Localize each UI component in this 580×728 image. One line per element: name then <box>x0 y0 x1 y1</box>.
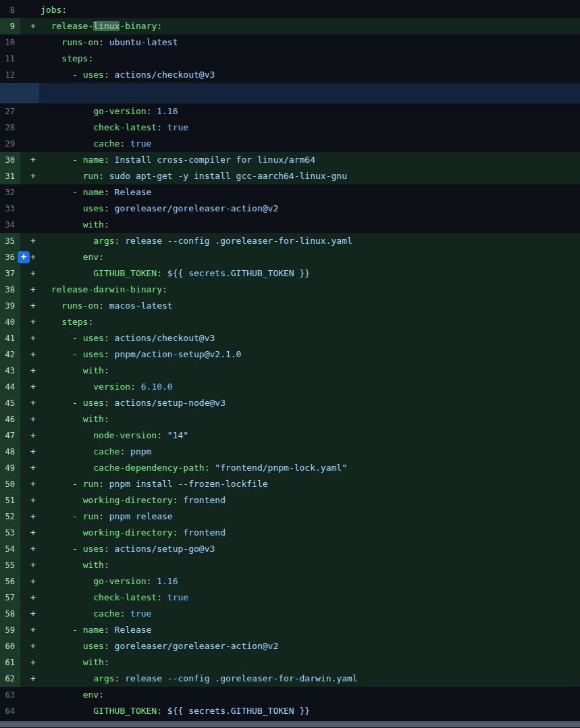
code-content: - uses: actions/setup-node@v3 <box>39 395 580 411</box>
line-number[interactable]: 31 <box>0 168 20 184</box>
line-number[interactable]: 59 <box>0 622 20 638</box>
line-number[interactable]: 49 <box>0 460 20 476</box>
line-number[interactable]: 38 <box>0 282 20 298</box>
code-token: : <box>104 155 115 165</box>
code-token <box>41 463 93 473</box>
code-token <box>41 106 93 116</box>
code-token: actions/setup-node@v3 <box>115 398 226 408</box>
code-token: release --config .goreleaser-for-linux.y… <box>125 236 352 246</box>
line-number[interactable]: 30 <box>0 152 20 168</box>
line-number[interactable]: 46 <box>0 411 20 427</box>
diff-marker: + <box>20 168 39 184</box>
code-token: Release <box>115 187 152 197</box>
code-token: cache <box>93 446 120 457</box>
line-number[interactable]: 29 <box>0 136 20 152</box>
code-token: : <box>104 219 109 230</box>
code-content: version: 6.10.0 <box>39 379 580 395</box>
code-token: true <box>167 592 188 602</box>
code-token: run <box>83 479 99 489</box>
line-number[interactable]: 8 <box>0 2 20 18</box>
code-content: cache-dependency-path: "frontend/pnpm-lo… <box>39 460 580 476</box>
code-token <box>41 284 51 294</box>
line-number[interactable]: 64 <box>0 703 20 719</box>
code-content: steps: <box>39 51 580 67</box>
code-token: with <box>83 414 104 424</box>
diff-line: 33 uses: goreleaser/goreleaser-action@v2 <box>0 201 580 217</box>
line-number[interactable]: 56 <box>0 573 20 590</box>
code-content: node-version: "14" <box>39 427 580 444</box>
line-number[interactable]: 35 <box>0 233 20 249</box>
line-number[interactable]: 53 <box>0 525 20 541</box>
diff-marker: + <box>20 492 39 509</box>
line-number[interactable]: 10 <box>0 34 20 51</box>
code-content: env: <box>39 249 580 265</box>
line-number[interactable]: 9 <box>0 18 20 34</box>
code-content: - run: pnpm release <box>39 509 580 525</box>
code-token: check-latest <box>93 592 157 602</box>
code-content: working-directory: frontend <box>39 525 580 541</box>
code-content: go-version: 1.16 <box>39 103 580 120</box>
expander-body <box>39 83 580 103</box>
line-number[interactable]: 58 <box>0 606 20 622</box>
diff-marker: + <box>20 363 39 379</box>
line-number[interactable]: 39 <box>0 298 20 314</box>
add-comment-button[interactable]: + <box>18 251 30 263</box>
code-token: : <box>99 479 109 489</box>
line-number[interactable]: 45 <box>0 395 20 411</box>
code-token <box>41 657 83 667</box>
line-number[interactable]: 54 <box>0 541 20 557</box>
diff-marker: + <box>20 395 39 411</box>
code-content: steps: <box>39 314 580 330</box>
line-number[interactable]: 51 <box>0 492 20 509</box>
line-number[interactable]: 41 <box>0 330 20 346</box>
line-number[interactable]: 43 <box>0 363 20 379</box>
diff-marker: + <box>20 298 39 314</box>
line-number[interactable]: 34 <box>0 217 20 233</box>
diff-marker <box>20 703 39 719</box>
line-number[interactable]: 48 <box>0 444 20 460</box>
diff-marker: + <box>20 346 39 363</box>
line-number[interactable]: 52 <box>0 509 20 525</box>
code-token: : <box>115 673 126 683</box>
code-token: pnpm <box>130 446 151 457</box>
line-number[interactable]: 12 <box>0 67 20 83</box>
code-token: : <box>120 446 130 457</box>
line-number[interactable]: 37 <box>0 265 20 282</box>
line-number[interactable]: 50 <box>0 476 20 492</box>
hunk-expander[interactable] <box>0 83 580 103</box>
line-number[interactable]: 40 <box>0 314 20 330</box>
line-number[interactable]: 44 <box>0 379 20 395</box>
diff-marker: + <box>20 427 39 444</box>
code-content: check-latest: true <box>39 590 580 606</box>
code-token <box>41 122 93 132</box>
diff-line: 62+ args: release --config .goreleaser-f… <box>0 671 580 687</box>
line-number[interactable]: 62 <box>0 671 20 687</box>
expander-gutter[interactable] <box>0 83 39 103</box>
horizontal-scrollbar[interactable] <box>0 721 580 727</box>
line-number[interactable]: 60 <box>0 638 20 654</box>
line-number[interactable]: 32 <box>0 184 20 201</box>
line-number[interactable]: 27 <box>0 103 20 120</box>
diff-marker: + <box>20 282 39 298</box>
code-token: : <box>104 625 115 635</box>
line-number[interactable]: 11 <box>0 51 20 67</box>
code-content: run: sudo apt-get -y install gcc-aarch64… <box>39 168 580 184</box>
code-content: - uses: actions/checkout@v3 <box>39 330 580 346</box>
diff-line: 30+ - name: Install cross-compiler for l… <box>0 152 580 168</box>
line-number[interactable]: 57 <box>0 590 20 606</box>
code-token: goreleaser/goreleaser-action@v2 <box>115 641 279 651</box>
code-token: goreleaser/goreleaser-action@v2 <box>115 203 279 213</box>
diff-marker: + <box>20 444 39 460</box>
code-token: cache <box>93 608 120 619</box>
code-token: args <box>93 236 114 246</box>
code-token: uses <box>83 544 104 554</box>
line-number[interactable]: 47 <box>0 427 20 444</box>
line-number[interactable]: 28 <box>0 120 20 136</box>
line-number[interactable]: 55 <box>0 557 20 573</box>
line-number[interactable]: 42 <box>0 346 20 363</box>
code-content: - run: pnpm install --frozen-lockfile <box>39 476 580 492</box>
line-number[interactable]: 61 <box>0 654 20 671</box>
code-token: : <box>99 252 104 262</box>
line-number[interactable]: 63 <box>0 687 20 703</box>
line-number[interactable]: 33 <box>0 201 20 217</box>
